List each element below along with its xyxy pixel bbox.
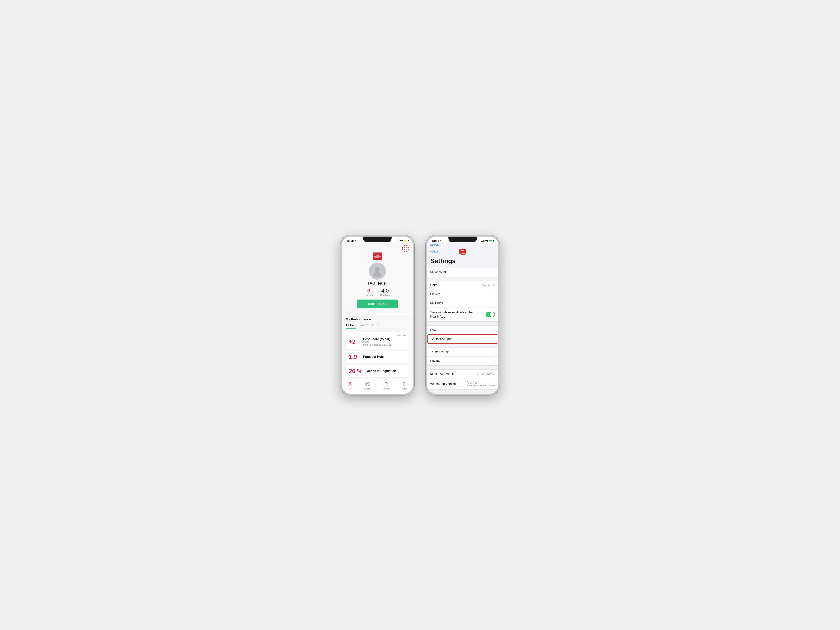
search-nav: Search <box>427 243 498 247</box>
settings-screen: Search ‹ Back TAG HEUER Settings <box>427 243 498 394</box>
nav-watch-label: Watch <box>402 388 407 390</box>
nav-me[interactable]: Me <box>348 381 352 390</box>
svg-point-9 <box>373 272 382 277</box>
courses-icon <box>384 381 388 387</box>
me-nav-icon <box>348 381 352 386</box>
contact-support-chevron: › <box>494 337 495 340</box>
my-account-row[interactable]: My Account › <box>427 268 498 277</box>
tab-last-5[interactable]: Last 5 <box>372 324 379 329</box>
best-score-card: 19/03/2021 +2 Best Score (to par) PIGC P… <box>346 332 409 349</box>
divider-1 <box>342 313 413 314</box>
watch-version-value: V 2.9.2 <box>467 381 495 385</box>
rounds-stat: 6 Rounds <box>365 288 373 296</box>
rounds-value: 6 <box>365 288 373 294</box>
faq-label: FAQ <box>430 328 436 332</box>
contact-support-row[interactable]: Contact Support › <box>427 334 498 344</box>
status-icons-1: ▾▾ <box>396 239 408 242</box>
privacy-right: › <box>494 359 495 362</box>
mobile-version-right: V 2.2.2(5989) <box>477 372 495 376</box>
privacy-row[interactable]: Privacy › <box>427 357 498 366</box>
my-clubs-right: › <box>494 302 495 305</box>
settings-title: Settings <box>427 257 498 268</box>
greens-info: Greens in Regulation <box>366 369 396 373</box>
watch-version-right: V 2.9.2 Fetched the 28/06/2022 13:51 <box>467 381 495 387</box>
settings-group-3: FAQ › Contact Support › <box>427 325 498 344</box>
avatar-icon <box>372 265 383 277</box>
back-button[interactable]: ‹ Back <box>430 250 439 253</box>
settings-button[interactable] <box>402 245 409 252</box>
save-rounds-label: Save rounds as workouts in the Health Ap… <box>430 310 476 319</box>
nav-courses-label: Courses <box>383 388 390 390</box>
watch-version-row: Watch App Version V 2.9.2 Fetched the 28… <box>427 378 498 389</box>
greens-value: 26 % <box>349 368 363 375</box>
tag-heuer-logo-2: TAG HEUER <box>458 248 467 255</box>
units-value: Metres <box>482 283 491 287</box>
putts-value: 1,9 <box>349 353 360 361</box>
players-label: Players <box>430 293 440 296</box>
players-right: › <box>494 293 495 296</box>
watch-version-sub: Fetched the 28/06/2022 13:51 <box>467 385 495 387</box>
time-2: 13:51 <box>432 239 439 242</box>
time-1: 18:00 <box>346 239 354 242</box>
nav-me-label: Me <box>349 388 351 390</box>
my-account-right: › <box>494 271 495 274</box>
person-icon <box>348 381 352 387</box>
svg-line-13 <box>387 385 388 386</box>
save-rounds-right <box>486 312 495 317</box>
settings-group-2: Units Metres ∨ Players › My Clubs › <box>427 280 498 322</box>
avatar <box>369 263 386 280</box>
bottom-nav: Me Rounds Courses <box>342 380 413 394</box>
settings-group-5: Mobile App Version V 2.2.2(5989) Watch A… <box>427 369 498 389</box>
rounds-label: Rounds <box>365 294 373 296</box>
nav-courses[interactable]: Courses <box>383 381 390 390</box>
nav-rounds[interactable]: Rounds <box>364 381 371 390</box>
wifi-icon-2: ▾▾ <box>485 239 488 242</box>
screen-1: 18:00 ▾▾ <box>342 237 413 394</box>
faq-right: › <box>494 328 495 331</box>
watch-nav-icon <box>402 381 407 386</box>
settings-group-4: Terms Of Use › Privacy › <box>427 348 498 366</box>
best-score-sub1: PIGC <box>363 341 392 343</box>
terms-chevron: › <box>494 351 495 354</box>
putts-row: 1,9 Putts per Hole <box>349 353 406 361</box>
stats-row: 6 Rounds 4.0 Handicap <box>365 288 390 296</box>
my-clubs-chevron: › <box>494 302 495 305</box>
units-row[interactable]: Units Metres ∨ <box>427 281 498 290</box>
battery-fill <box>404 240 406 242</box>
svg-text:HEUER: HEUER <box>461 252 465 254</box>
watch-icon <box>402 381 407 387</box>
location-icon-2 <box>440 240 442 242</box>
search-label: Search <box>430 243 439 246</box>
phone-2: 13:51 ▾▾ Search <box>426 235 500 395</box>
my-clubs-row[interactable]: My Clubs › <box>427 299 498 308</box>
svg-rect-14 <box>403 383 405 385</box>
signal-icon-2 <box>481 240 485 242</box>
mobile-version-row: Mobile App Version V 2.2.2(5989) <box>427 370 498 378</box>
privacy-chevron: › <box>494 359 495 362</box>
profile-header: TAG HEUER TAG Heuer 6 Rounds 4.0 <box>342 243 413 313</box>
terms-row[interactable]: Terms Of Use › <box>427 348 498 357</box>
greens-row: 26 % Greens in Regulation <box>349 368 406 375</box>
contact-support-label: Contact Support <box>431 337 453 341</box>
start-round-button[interactable]: Start Round <box>357 299 398 308</box>
greens-card: 26 % Greens in Regulation <box>346 365 409 377</box>
wifi-icon: ▾▾ <box>400 239 403 242</box>
signal-icon <box>396 240 399 242</box>
players-row[interactable]: Players › <box>427 290 498 299</box>
nav-watch[interactable]: Watch <box>402 381 407 390</box>
tab-last-20[interactable]: Last 20 <box>360 324 368 329</box>
terms-right: › <box>494 351 495 354</box>
faq-chevron: › <box>494 328 495 331</box>
tab-row: All Time Last 20 Last 5 <box>346 324 409 329</box>
faq-row[interactable]: FAQ › <box>427 326 498 334</box>
settings-group-1: My Account › <box>427 268 498 277</box>
tag-heuer-logo: TAG HEUER <box>372 252 383 261</box>
save-rounds-toggle[interactable] <box>486 312 495 317</box>
units-right: Metres ∨ <box>482 283 495 287</box>
players-chevron: › <box>494 293 495 296</box>
contact-support-right: › <box>494 337 495 340</box>
tab-all-time[interactable]: All Time <box>346 324 356 329</box>
svg-text:HEUER: HEUER <box>375 256 379 258</box>
units-label: Units <box>430 283 437 287</box>
rounds-nav-icon <box>365 381 370 386</box>
